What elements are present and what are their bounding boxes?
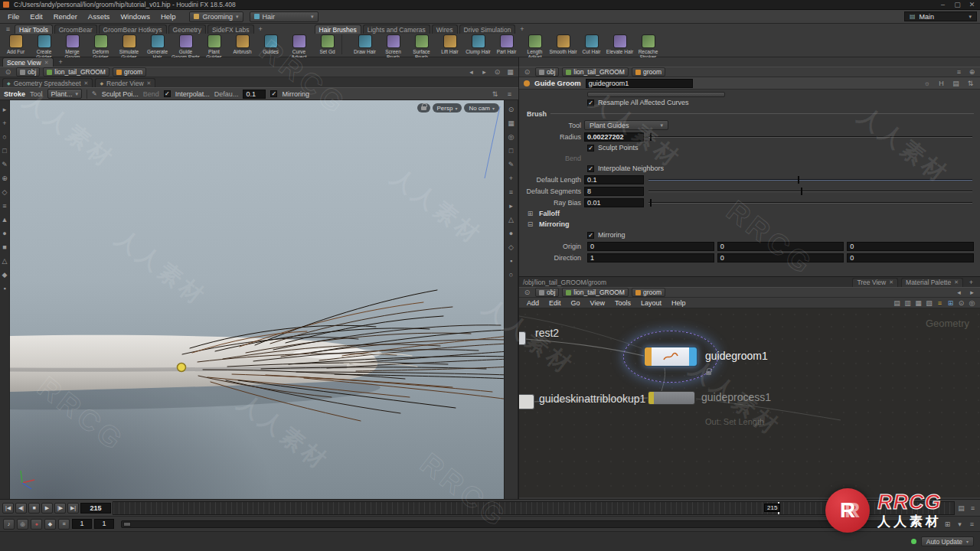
mirroring-checkbox[interactable]: ✓ bbox=[587, 232, 594, 239]
grooming-selector[interactable]: Grooming ▾ bbox=[189, 11, 243, 22]
shelf-menu-icon[interactable]: ≡ bbox=[3, 24, 13, 34]
default-length-slider[interactable] bbox=[648, 179, 972, 181]
tab-material-palette[interactable]: Material Palette✕ bbox=[901, 278, 963, 287]
shelf-tool-part-hair[interactable]: Part Hair bbox=[492, 34, 521, 60]
range-slider[interactable] bbox=[121, 520, 936, 528]
back-icon[interactable]: ◂ bbox=[954, 288, 964, 297]
range-start2-field[interactable]: 1 bbox=[94, 519, 114, 529]
shelf-tool-set-gd[interactable]: Set Gd bbox=[313, 34, 341, 60]
annotate-icon[interactable]: ✎ bbox=[506, 160, 516, 169]
origin-x-field[interactable]: 0 bbox=[587, 242, 714, 251]
keyframe-icon[interactable]: ● bbox=[31, 519, 42, 530]
tab-render-view[interactable]: ◆Render View✕ bbox=[95, 78, 155, 87]
stop-button[interactable]: ■ bbox=[28, 503, 40, 514]
options-icon[interactable]: ≡ bbox=[506, 187, 516, 197]
net-menu-help[interactable]: Help bbox=[667, 299, 691, 307]
menu-windows[interactable]: Windows bbox=[116, 12, 155, 21]
gear-icon[interactable]: ☼ bbox=[922, 79, 932, 88]
shelf-tool-recache-strokes[interactable]: Recache Strokes bbox=[634, 34, 662, 60]
list-view-icon[interactable]: ▧ bbox=[924, 298, 934, 308]
dot-tool-icon[interactable]: ● bbox=[0, 229, 10, 238]
grid-icon[interactable]: ▤ bbox=[951, 79, 961, 88]
shelf-tool-clump-hair[interactable]: Clump Hair bbox=[464, 34, 492, 60]
menu-icon[interactable]: ≡ bbox=[505, 90, 514, 99]
net-menu-layout[interactable]: Layout bbox=[636, 299, 666, 307]
resample-checkbox[interactable]: ✓ bbox=[587, 99, 594, 106]
origin-z-field[interactable]: 0 bbox=[847, 242, 974, 251]
close-button[interactable]: ✕ bbox=[967, 0, 977, 9]
breadcrumb-obj[interactable]: obj bbox=[535, 67, 559, 77]
lasso-tool-icon[interactable]: ○ bbox=[0, 132, 10, 142]
shelf-tool-draw-hair[interactable]: Draw Hair bbox=[351, 34, 379, 60]
default-length-field[interactable]: 0.1 bbox=[243, 90, 266, 99]
snap-grid-icon[interactable]: ⊞ bbox=[946, 298, 956, 308]
tree-icon[interactable]: ▥ bbox=[903, 298, 913, 308]
maximize-button[interactable]: ▢ bbox=[952, 0, 962, 9]
shelf-tab-hair-brushes[interactable]: Hair Brushes bbox=[315, 24, 361, 34]
stop-tool-icon[interactable]: ■ bbox=[0, 243, 10, 252]
node-body[interactable] bbox=[654, 392, 694, 404]
radius-slider[interactable] bbox=[648, 136, 972, 138]
range-menu-icon[interactable]: ≡ bbox=[58, 519, 70, 530]
node-guideskinattriblookup1-label[interactable]: guideskinattriblookup1 bbox=[539, 393, 645, 405]
radius-field[interactable]: 0.00227202 bbox=[584, 132, 644, 142]
node-input-flag[interactable] bbox=[648, 392, 654, 404]
node-name-field[interactable]: guidegroom1 bbox=[586, 79, 693, 88]
shelf-tool-add-fur[interactable]: Add Fur bbox=[2, 34, 30, 60]
direction-z-field[interactable]: 0 bbox=[847, 253, 974, 262]
breadcrumb-lion-tail-groom[interactable]: lion_tail_GROOM bbox=[562, 67, 629, 77]
close-icon[interactable]: ✕ bbox=[889, 279, 893, 285]
camera-selector[interactable]: No cam▾ bbox=[464, 103, 499, 112]
layers-icon[interactable]: ≡ bbox=[935, 298, 945, 308]
direction-x-field[interactable]: 1 bbox=[587, 253, 714, 262]
shelf-tab-lights-cameras[interactable]: Lights and Cameras bbox=[363, 24, 430, 34]
shelf-tool-guides[interactable]: Guides bbox=[256, 34, 285, 60]
play-button[interactable]: ▶ bbox=[41, 503, 53, 514]
net-menu-tools[interactable]: Tools bbox=[610, 299, 635, 307]
diamond-tool-icon[interactable]: ◇ bbox=[0, 187, 10, 197]
net-menu-edit[interactable]: Edit bbox=[544, 299, 566, 307]
tab-geometry-spreadsheet[interactable]: ◆Geometry Spreadsheet✕ bbox=[2, 78, 93, 87]
up-tool-icon[interactable]: ▲ bbox=[0, 215, 10, 224]
tab-tree-view[interactable]: Tree View✕ bbox=[852, 278, 898, 287]
forward-icon[interactable]: ▸ bbox=[967, 288, 977, 297]
grid-toggle-icon[interactable]: ▦ bbox=[506, 119, 516, 128]
origin-y-field[interactable]: 0 bbox=[717, 242, 844, 251]
net-menu-view[interactable]: View bbox=[586, 299, 609, 307]
persp-selector[interactable]: Persp▾ bbox=[433, 103, 462, 112]
breadcrumb-obj[interactable]: obj bbox=[535, 288, 559, 297]
search-icon[interactable]: ⊙ bbox=[956, 298, 966, 308]
add-shelf-tab-button[interactable]: + bbox=[517, 24, 527, 34]
node-rest2[interactable] bbox=[519, 331, 526, 345]
sculpt-points-checkbox[interactable]: ✓ bbox=[587, 145, 594, 152]
close-icon[interactable]: ✕ bbox=[44, 60, 49, 66]
go-to-end-button[interactable]: ▶| bbox=[67, 503, 79, 514]
expand-tool-icon[interactable]: ⊕ bbox=[0, 174, 10, 183]
falloff-expander-icon[interactable]: ⊞ bbox=[525, 209, 535, 218]
shelf-tab-groombear-hotkeys[interactable]: GroomBear Hotkeys bbox=[99, 24, 167, 34]
network-canvas[interactable]: Geometry rest2 guidegroom1 guideskinattr… bbox=[519, 308, 980, 497]
mirroring-expander-icon[interactable]: ⊟ bbox=[525, 220, 535, 229]
pin-icon[interactable]: ⊙ bbox=[522, 67, 532, 77]
auto-update-selector[interactable]: Auto Update ▾ bbox=[921, 536, 974, 546]
wrench-icon[interactable]: ▤ bbox=[892, 298, 902, 308]
pin-icon[interactable]: ⊙ bbox=[522, 288, 532, 297]
scrub-icon[interactable]: ◎ bbox=[17, 519, 28, 530]
menu-render[interactable]: Render bbox=[49, 12, 82, 21]
sq-icon[interactable]: ▪ bbox=[506, 256, 516, 266]
history-forward-icon[interactable]: ▸ bbox=[479, 67, 489, 77]
grid-icon[interactable]: ▦ bbox=[505, 67, 515, 77]
gem-icon[interactable]: ◇ bbox=[506, 243, 516, 252]
add-tool-icon[interactable]: + bbox=[0, 119, 10, 128]
node-guidegroom1-label[interactable]: guidegroom1 bbox=[705, 350, 768, 362]
node-body[interactable] bbox=[652, 347, 689, 366]
sort-icon[interactable]: ⇅ bbox=[965, 79, 975, 88]
frame-icon[interactable]: □ bbox=[506, 146, 516, 155]
shelf-tool-smooth-hair[interactable]: Smooth Hair bbox=[549, 34, 577, 60]
tool-dropdown[interactable]: Plant Guides▾ bbox=[584, 120, 668, 130]
sort-icon[interactable]: ⇅ bbox=[490, 90, 500, 99]
node-output-flag[interactable] bbox=[689, 347, 697, 366]
shelf-tab-drive-simulation[interactable]: Drive Simulation bbox=[459, 24, 516, 34]
shelf-tab-wires[interactable]: Wires bbox=[432, 24, 458, 34]
shelf-tab-geometry[interactable]: Geometry bbox=[168, 24, 206, 34]
